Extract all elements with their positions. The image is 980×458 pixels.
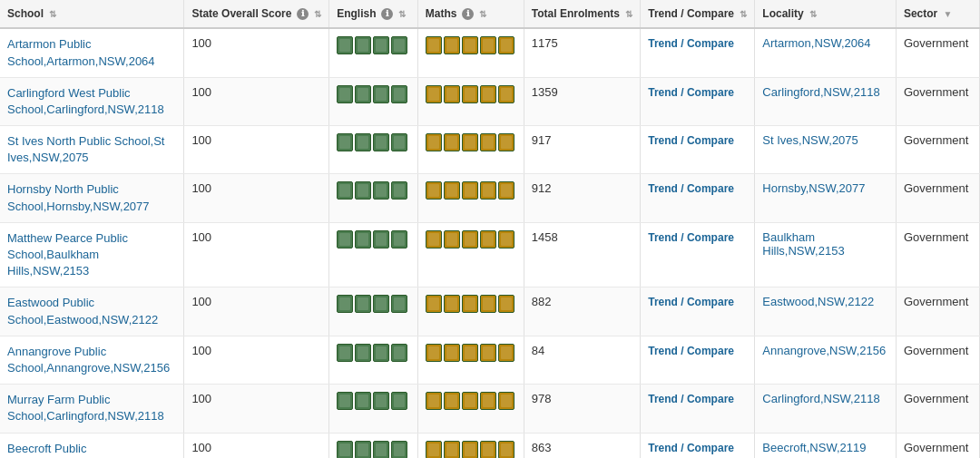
trend-cell[interactable]: Trend / Compare bbox=[641, 287, 755, 336]
sector-cell: Government bbox=[896, 126, 979, 174]
score-cell: 100 bbox=[184, 174, 329, 222]
enrolments-cell: 917 bbox=[524, 126, 640, 174]
locality-link[interactable]: Beecroft,NSW,2119 bbox=[762, 441, 866, 454]
sector-cell: Government bbox=[896, 433, 979, 458]
col-school-label: School bbox=[7, 7, 44, 20]
school-name-link[interactable]: Beecroft Public School,Beecroft,NSW,2119 bbox=[7, 442, 151, 458]
english-rating-cell bbox=[329, 77, 418, 125]
school-name-link[interactable]: Matthew Pearce Public School,Baulkham Hi… bbox=[7, 231, 128, 278]
school-name-link[interactable]: Hornsby North Public School,Hornsby,NSW,… bbox=[7, 182, 150, 212]
trend-cell[interactable]: Trend / Compare bbox=[641, 126, 755, 174]
table-header-row: School ⇅ State Overall Score ℹ ⇅ English… bbox=[0, 0, 980, 28]
english-rating-cell bbox=[329, 126, 418, 174]
english-rating-cell bbox=[329, 28, 418, 77]
locality-cell[interactable]: Carlingford,NSW,2118 bbox=[755, 77, 897, 125]
col-sector-sort-icon[interactable]: ▼ bbox=[944, 9, 953, 19]
col-score-label: State Overall Score bbox=[191, 7, 291, 20]
enrolments-cell: 1458 bbox=[524, 222, 640, 287]
locality-link[interactable]: Carlingford,NSW,2118 bbox=[762, 392, 879, 405]
locality-cell[interactable]: Hornsby,NSW,2077 bbox=[755, 174, 897, 222]
trend-cell[interactable]: Trend / Compare bbox=[641, 385, 755, 433]
school-name-link[interactable]: Murray Farm Public School,Carlingford,NS… bbox=[7, 393, 164, 423]
col-score-sort-icon[interactable]: ⇅ bbox=[314, 9, 321, 19]
trend-compare-link[interactable]: Trend / Compare bbox=[648, 393, 734, 405]
trend-cell[interactable]: Trend / Compare bbox=[641, 336, 755, 384]
table-row: Annangrove Public School,Annangrove,NSW,… bbox=[0, 336, 980, 384]
col-maths-info-icon[interactable]: ℹ bbox=[462, 8, 474, 20]
trend-compare-link[interactable]: Trend / Compare bbox=[648, 231, 734, 244]
trend-compare-link[interactable]: Trend / Compare bbox=[648, 182, 734, 195]
col-english-info-icon[interactable]: ℹ bbox=[381, 8, 393, 20]
sector-cell: Government bbox=[896, 385, 979, 433]
trend-cell[interactable]: Trend / Compare bbox=[641, 77, 755, 125]
english-rating-cell bbox=[329, 336, 418, 384]
col-trend-sort-icon[interactable]: ⇅ bbox=[740, 9, 747, 19]
trend-compare-link[interactable]: Trend / Compare bbox=[648, 134, 734, 147]
col-header-locality[interactable]: Locality ⇅ bbox=[755, 0, 897, 28]
trend-cell[interactable]: Trend / Compare bbox=[641, 433, 755, 458]
locality-link[interactable]: Carlingford,NSW,2118 bbox=[762, 85, 879, 99]
col-locality-sort-icon[interactable]: ⇅ bbox=[809, 9, 817, 19]
locality-link[interactable]: Annangrove,NSW,2156 bbox=[762, 344, 886, 357]
trend-compare-link[interactable]: Trend / Compare bbox=[648, 86, 734, 99]
score-cell: 100 bbox=[184, 433, 329, 458]
col-trend-label: Trend / Compare bbox=[648, 7, 734, 20]
col-header-school[interactable]: School ⇅ bbox=[0, 0, 184, 28]
enrolments-cell: 978 bbox=[524, 385, 640, 433]
school-name-link[interactable]: Artarmon Public School,Artarmon,NSW,2064 bbox=[7, 37, 155, 67]
maths-rating-cell bbox=[417, 433, 524, 458]
col-maths-sort-icon[interactable]: ⇅ bbox=[479, 9, 486, 19]
col-header-score[interactable]: State Overall Score ℹ ⇅ bbox=[184, 0, 329, 28]
maths-rating-cell bbox=[417, 385, 524, 433]
col-header-maths[interactable]: Maths ℹ ⇅ bbox=[417, 0, 524, 28]
locality-cell[interactable]: Baulkham Hills,NSW,2153 bbox=[755, 222, 897, 287]
col-english-sort-icon[interactable]: ⇅ bbox=[398, 9, 406, 19]
schools-table: School ⇅ State Overall Score ℹ ⇅ English… bbox=[0, 0, 980, 458]
col-enrolments-sort-icon[interactable]: ⇅ bbox=[625, 9, 632, 19]
locality-cell[interactable]: Beecroft,NSW,2119 bbox=[755, 433, 897, 458]
col-header-enrolments[interactable]: Total Enrolments ⇅ bbox=[524, 0, 640, 28]
locality-cell[interactable]: Annangrove,NSW,2156 bbox=[755, 336, 897, 384]
sector-cell: Government bbox=[896, 336, 979, 384]
col-header-trend[interactable]: Trend / Compare ⇅ bbox=[641, 0, 755, 28]
english-rating-cell bbox=[329, 287, 418, 336]
locality-link[interactable]: Artarmon,NSW,2064 bbox=[762, 36, 870, 50]
english-rating-cell bbox=[329, 385, 418, 433]
trend-compare-link[interactable]: Trend / Compare bbox=[648, 345, 734, 357]
locality-link[interactable]: Baulkham Hills,NSW,2153 bbox=[762, 230, 844, 258]
locality-link[interactable]: Eastwood,NSW,2122 bbox=[762, 295, 874, 308]
trend-cell[interactable]: Trend / Compare bbox=[641, 174, 755, 222]
trend-compare-link[interactable]: Trend / Compare bbox=[648, 442, 734, 454]
locality-cell[interactable]: Artarmon,NSW,2064 bbox=[755, 28, 897, 77]
locality-link[interactable]: Hornsby,NSW,2077 bbox=[762, 181, 865, 195]
enrolments-cell: 1175 bbox=[524, 28, 640, 77]
trend-compare-link[interactable]: Trend / Compare bbox=[648, 37, 734, 50]
col-maths-label: Maths bbox=[426, 7, 457, 20]
col-locality-label: Locality bbox=[762, 7, 803, 20]
col-enrolments-label: Total Enrolments bbox=[532, 7, 620, 20]
sector-cell: Government bbox=[896, 77, 979, 125]
locality-cell[interactable]: Carlingford,NSW,2118 bbox=[755, 385, 897, 433]
col-school-sort-icon[interactable]: ⇅ bbox=[49, 9, 56, 19]
table-row: Hornsby North Public School,Hornsby,NSW,… bbox=[0, 174, 980, 222]
maths-rating-cell bbox=[417, 287, 524, 336]
school-name-link[interactable]: St Ives North Public School,St Ives,NSW,… bbox=[7, 134, 164, 164]
locality-cell[interactable]: Eastwood,NSW,2122 bbox=[755, 287, 897, 336]
trend-compare-link[interactable]: Trend / Compare bbox=[648, 296, 734, 308]
locality-cell[interactable]: St Ives,NSW,2075 bbox=[755, 126, 897, 174]
sector-cell: Government bbox=[896, 222, 979, 287]
maths-rating-cell bbox=[417, 126, 524, 174]
col-header-sector[interactable]: Sector ▼ bbox=[896, 0, 979, 28]
col-header-english[interactable]: English ℹ ⇅ bbox=[329, 0, 418, 28]
maths-rating-cell bbox=[417, 222, 524, 287]
maths-rating-cell bbox=[417, 28, 524, 77]
trend-cell[interactable]: Trend / Compare bbox=[641, 222, 755, 287]
col-score-info-icon[interactable]: ℹ bbox=[297, 8, 309, 20]
school-name-link[interactable]: Carlingford West Public School,Carlingfo… bbox=[7, 86, 164, 116]
maths-rating-cell bbox=[417, 174, 524, 222]
school-name-link[interactable]: Eastwood Public School,Eastwood,NSW,2122 bbox=[7, 296, 158, 326]
locality-link[interactable]: St Ives,NSW,2075 bbox=[762, 133, 858, 147]
enrolments-cell: 863 bbox=[524, 433, 640, 458]
trend-cell[interactable]: Trend / Compare bbox=[641, 28, 755, 77]
school-name-link[interactable]: Annangrove Public School,Annangrove,NSW,… bbox=[7, 345, 170, 375]
